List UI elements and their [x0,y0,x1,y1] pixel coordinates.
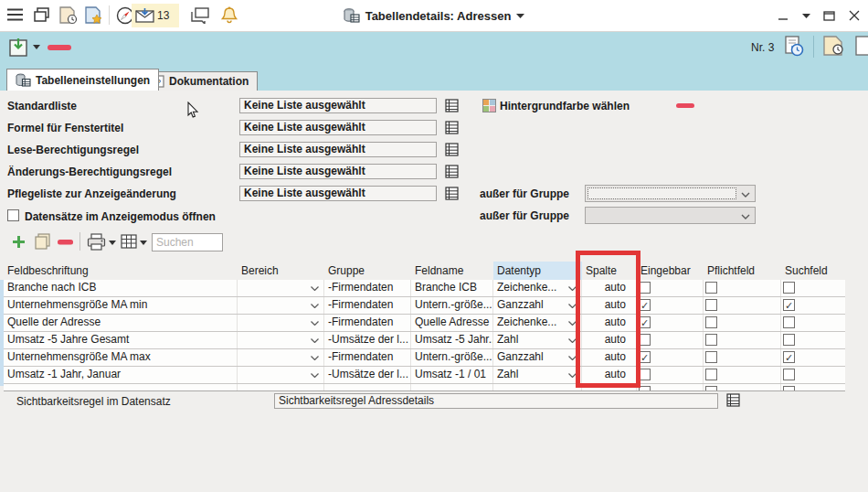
except-group-select-2[interactable] [585,207,756,224]
form-row-value-field[interactable]: Keine Liste ausgewählt [239,186,437,201]
chat-icon[interactable] [190,6,210,24]
chevron-down-icon [741,214,750,219]
title-dropdown-caret-icon[interactable] [516,14,524,18]
menu-icon[interactable] [7,8,23,21]
windows-icon[interactable] [33,6,51,23]
cell-datentyp-dropdown[interactable]: Zahl [493,367,582,383]
list-picker-icon[interactable] [445,99,459,112]
cell-bereich-dropdown[interactable] [238,280,324,296]
cell-datentyp-dropdown[interactable]: Ganzzahl [493,349,582,366]
list-picker-icon[interactable] [445,121,459,134]
eingebbar-checkbox[interactable] [639,351,651,363]
document-history-icon[interactable] [58,6,79,25]
cell-datentyp-dropdown[interactable]: Ganzzahl [493,297,582,314]
cell-bereich-dropdown[interactable] [238,315,324,331]
restore-button[interactable] [820,7,837,24]
column-header-7[interactable]: Pflichtfeld [704,262,781,280]
document-star-icon[interactable] [84,6,104,25]
cell-bereich-dropdown[interactable] [238,349,324,366]
table-row[interactable]: Branche nach ICB -Firmendaten Branche IC… [4,280,845,297]
suchfeld-checkbox[interactable] [783,351,795,363]
open-display-mode-checkbox[interactable] [7,209,19,221]
eingebbar-checkbox[interactable] [639,316,651,328]
column-header-4[interactable]: Datentyp [493,262,582,280]
suchfeld-checkbox[interactable] [783,386,795,390]
red-bar-indicator[interactable] [676,103,694,108]
import-dropdown-caret-icon[interactable] [33,45,40,49]
window-dropdown-caret-icon[interactable] [798,7,814,24]
column-header-6[interactable]: Eingebbar [637,262,704,280]
cell-bereich-dropdown[interactable] [238,367,324,383]
table-row[interactable] [4,384,845,391]
form-row-value-field[interactable]: Keine Liste ausgewählt [239,120,437,135]
pflichtfeld-checkbox[interactable] [705,282,717,294]
print-dropdown-caret-icon[interactable] [109,241,116,245]
list-picker-icon[interactable] [726,393,740,407]
pflichtfeld-checkbox[interactable] [705,369,717,380]
pflichtfeld-checkbox[interactable] [705,299,717,311]
cell-datentyp-dropdown[interactable]: Zahl [493,332,582,348]
mail-notification-badge[interactable]: 13 [132,4,179,27]
column-header-0[interactable]: Feldbeschriftung [4,262,238,280]
import-save-icon[interactable] [9,37,29,58]
bell-icon[interactable] [221,6,238,25]
eingebbar-checkbox[interactable] [639,299,651,311]
column-header-3[interactable]: Feldname [411,262,493,280]
cell-suchfeld [781,384,845,390]
add-row-button[interactable] [12,235,26,249]
close-button[interactable] [846,7,863,24]
list-picker-icon[interactable] [445,187,459,200]
table-row[interactable]: Umsatz -5 Jahre Gesamt -Umsätze der l...… [4,332,845,349]
column-header-2[interactable]: Gruppe [324,262,411,280]
table-row[interactable]: Quelle der Adresse -Firmendaten Quelle A… [4,315,845,332]
visibility-rule-field[interactable]: Sichtbarkeitsregel Adressdetails [274,393,718,409]
minimize-button[interactable] [775,7,791,24]
search-input[interactable] [152,233,223,251]
pflichtfeld-checkbox[interactable] [705,316,717,328]
form-row-value-field[interactable]: Keine Liste ausgewählt [239,164,437,179]
copy-row-button[interactable] [34,233,51,250]
suchfeld-checkbox[interactable] [783,282,795,294]
tab-dokumentation[interactable]: ? Dokumentation [143,71,258,91]
table-row[interactable]: Unternehmensgröße MA min -Firmendaten Un… [4,297,845,315]
column-header-5[interactable]: Spalte [582,262,637,280]
refresh-history-icon[interactable] [783,36,805,58]
pflichtfeld-checkbox[interactable] [705,386,717,390]
tab-tabelleneinstellungen[interactable]: Tabelleneinstellungen [6,69,159,91]
cell-gruppe: -Firmendaten [324,315,411,331]
red-bar-indicator[interactable] [48,45,71,50]
cell-datentyp-dropdown[interactable] [493,384,582,390]
form-row-value-field[interactable]: Keine Liste ausgewählt [239,98,437,113]
table-row[interactable]: Umsatz -1 Jahr, Januar -Umsätze der l...… [4,367,845,384]
pflichtfeld-checkbox[interactable] [705,351,717,363]
background-color-swatch-icon[interactable] [482,99,496,112]
eingebbar-checkbox[interactable] [639,282,651,294]
document-clock-icon[interactable] [822,36,844,56]
eingebbar-checkbox[interactable] [639,369,651,380]
delete-row-button[interactable] [58,240,73,245]
table-view-button[interactable] [121,234,137,249]
suchfeld-checkbox[interactable] [783,334,795,346]
eingebbar-checkbox[interactable] [639,386,651,390]
column-header-8[interactable]: Suchfeld [781,262,845,280]
suchfeld-checkbox[interactable] [783,369,795,380]
list-picker-icon[interactable] [445,165,459,178]
form-row-value-field[interactable]: Keine Liste ausgewählt [239,142,437,157]
chevron-down-icon [568,373,577,378]
eingebbar-checkbox[interactable] [639,334,651,346]
table-view-dropdown-caret-icon[interactable] [140,241,147,245]
cell-bereich-dropdown[interactable] [238,384,324,390]
pflichtfeld-checkbox[interactable] [705,334,717,346]
cell-datentyp-dropdown[interactable]: Zeichenke... [493,315,582,331]
table-row[interactable]: Unternehmensgröße MA max -Firmendaten Un… [4,349,845,367]
clipped-toolbar-icon[interactable] [855,36,868,56]
print-button[interactable] [87,233,106,251]
cell-datentyp-dropdown[interactable]: Zeichenke... [493,280,582,296]
column-header-1[interactable]: Bereich [238,262,324,280]
list-picker-icon[interactable] [445,143,459,156]
suchfeld-checkbox[interactable] [783,316,795,328]
cell-bereich-dropdown[interactable] [238,332,324,348]
suchfeld-checkbox[interactable] [783,299,795,311]
cell-bereich-dropdown[interactable] [238,297,324,314]
except-group-select-1[interactable] [585,185,756,202]
